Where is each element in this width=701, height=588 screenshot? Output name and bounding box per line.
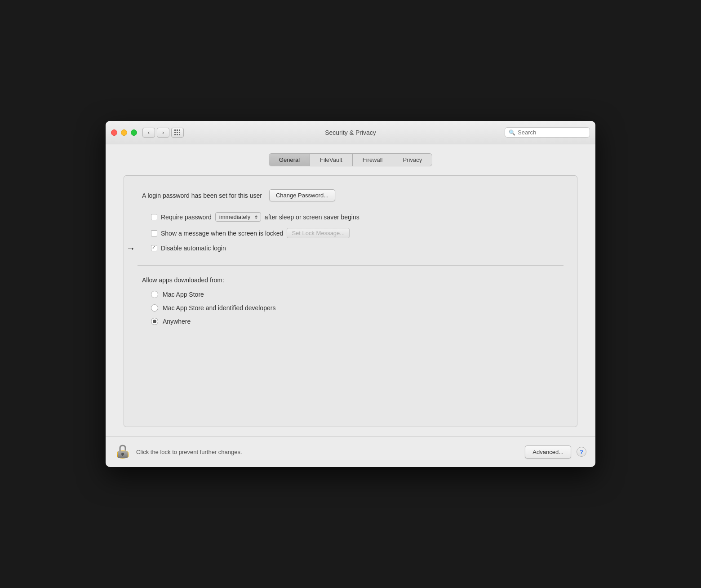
show-message-row: Show a message when the screen is locked… <box>151 228 563 238</box>
forward-button[interactable]: › <box>157 128 169 138</box>
tab-bar: General FileVault Firewall Privacy <box>124 153 577 166</box>
checkbox-section: Require password immediately after sleep… <box>151 212 563 252</box>
radio-row-mac-app-store: Mac App Store <box>151 291 563 298</box>
back-button[interactable]: ‹ <box>142 128 155 138</box>
allow-apps-title: Allow apps downloaded from: <box>142 276 563 284</box>
tab-general[interactable]: General <box>269 154 310 166</box>
radio-row-identified: Mac App Store and identified developers <box>151 304 563 312</box>
radio-identified-label: Mac App Store and identified developers <box>163 304 275 312</box>
advanced-button[interactable]: Advanced... <box>525 445 571 459</box>
maximize-button[interactable] <box>131 129 137 136</box>
content-area: General FileVault Firewall Privacy A log… <box>106 144 595 427</box>
tab-firewall[interactable]: Firewall <box>353 154 393 166</box>
search-box[interactable]: 🔍 <box>505 127 590 138</box>
show-message-checkbox[interactable] <box>151 230 157 236</box>
tab-group: General FileVault Firewall Privacy <box>269 153 432 166</box>
radio-anywhere[interactable] <box>151 318 158 325</box>
grid-button[interactable] <box>171 128 184 138</box>
radio-group: Mac App Store Mac App Store and identifi… <box>151 291 563 325</box>
titlebar: ‹ › Security & Privacy 🔍 <box>106 121 595 144</box>
back-icon: ‹ <box>148 129 150 136</box>
section-divider <box>138 265 563 266</box>
radio-row-anywhere: Anywhere <box>151 318 563 325</box>
disable-login-label: Disable automatic login <box>161 245 226 252</box>
change-password-button[interactable]: Change Password... <box>269 189 335 201</box>
password-timing-select[interactable]: immediately <box>215 212 261 222</box>
grid-icon <box>174 129 181 136</box>
help-button[interactable]: ? <box>577 447 586 457</box>
radio-mac-app-store-label: Mac App Store <box>163 291 204 298</box>
main-window: ‹ › Security & Privacy 🔍 General FileVau… <box>106 121 595 467</box>
arrow-indicator: → <box>126 243 135 254</box>
set-lock-message-button[interactable]: Set Lock Message... <box>287 228 350 238</box>
login-password-text: A login password has been set for this u… <box>142 192 262 199</box>
login-password-row: A login password has been set for this u… <box>142 189 563 201</box>
minimize-button[interactable] <box>121 129 127 136</box>
bottom-bar: Click the lock to prevent further change… <box>106 436 595 467</box>
svg-rect-8 <box>122 454 123 456</box>
disable-login-checkbox[interactable] <box>151 245 157 251</box>
close-button[interactable] <box>111 129 117 136</box>
radio-anywhere-label: Anywhere <box>163 318 191 325</box>
settings-panel: A login password has been set for this u… <box>124 175 577 427</box>
radio-identified[interactable] <box>151 304 158 312</box>
search-input[interactable] <box>518 129 586 136</box>
lock-button[interactable] <box>115 443 131 461</box>
require-password-checkbox[interactable] <box>151 214 157 220</box>
forward-icon: › <box>162 129 164 136</box>
allow-apps-section: Allow apps downloaded from: Mac App Stor… <box>142 276 563 325</box>
disable-login-row: → Disable automatic login <box>151 245 563 252</box>
window-title: Security & Privacy <box>325 129 376 136</box>
radio-mac-app-store[interactable] <box>151 291 158 298</box>
require-password-row: Require password immediately after sleep… <box>151 212 563 222</box>
nav-buttons: ‹ › <box>142 128 169 138</box>
search-icon: 🔍 <box>509 129 515 136</box>
traffic-lights <box>111 129 137 136</box>
lock-icon <box>115 444 130 460</box>
after-sleep-label: after sleep or screen saver begins <box>265 214 359 221</box>
require-password-label: Require password <box>161 214 212 221</box>
show-message-label: Show a message when the screen is locked <box>161 230 283 237</box>
lock-text: Click the lock to prevent further change… <box>136 449 519 455</box>
tab-filevault[interactable]: FileVault <box>310 154 353 166</box>
tab-privacy[interactable]: Privacy <box>393 154 432 166</box>
